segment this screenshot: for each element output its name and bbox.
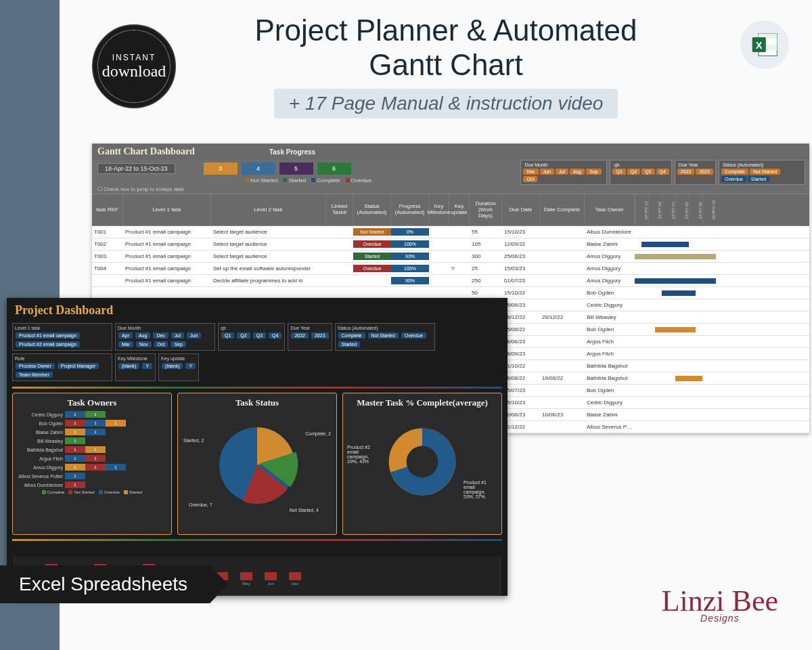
date-range: 18-Apr-22 to 15-Oct-23: [97, 163, 175, 174]
pie-chart-icon: [210, 418, 304, 513]
owner-row: Albus Severus Potter1: [17, 473, 167, 479]
filter-due-year[interactable]: Due Year20222023: [675, 160, 716, 185]
excel-icon: X: [740, 20, 789, 69]
divider: [12, 539, 502, 541]
divider: [12, 387, 502, 389]
month-bar: Jun: [265, 572, 277, 586]
step-5[interactable]: 5: [279, 162, 313, 175]
hero: INSTANT download X Project Planner & Aut…: [60, 0, 812, 118]
dash-filter-group[interactable]: Level 1 taskProduct #1 email campaignPro…: [12, 323, 112, 351]
filter-chip[interactable]: Q1: [612, 169, 625, 175]
column-header[interactable]: Due Date: [502, 194, 540, 225]
filter-chip[interactable]: 2022: [677, 169, 695, 175]
dash-filter-group[interactable]: Status (Automated)CompleteNot StartedOve…: [335, 323, 435, 351]
page-title-1: Project Planner & Automated: [100, 14, 792, 48]
owner-row: Bill Weasley1: [17, 437, 167, 444]
donut-chart-icon: [378, 418, 466, 506]
dash-filter-group[interactable]: qtr.Q1Q2Q3Q4: [218, 323, 285, 351]
table-row[interactable]: T001Product #1 email campaignSelect targ…: [92, 226, 809, 238]
filter-due-month[interactable]: Due MonthMarJunJulAugSepOct: [520, 160, 607, 185]
filter-qtr[interactable]: qtr.Q1Q2Q3Q4: [610, 160, 671, 185]
filter-chip[interactable]: Q2: [627, 169, 640, 175]
subtitle: + 17 Page Manual & instruction video: [274, 89, 618, 118]
filter-chip[interactable]: Not Started: [750, 169, 780, 175]
instant-download-badge: INSTANT download: [92, 24, 176, 108]
filter-chip[interactable]: Sep: [586, 169, 601, 175]
column-header[interactable]: Key Milestone: [429, 194, 449, 225]
month-bar: May: [240, 572, 252, 586]
gantt-header-row: task REFLevel 1 taskLevel 2 taskLinked T…: [92, 194, 809, 226]
page-title-2: Gantt Chart: [100, 48, 792, 83]
filter-chip[interactable]: 2023: [696, 169, 713, 175]
dash-filter-group[interactable]: Key Milestone(blank)Y: [115, 353, 156, 381]
dash-filter-group[interactable]: Due Year20222023: [288, 323, 332, 351]
month-bar: Dec: [289, 572, 301, 586]
filter-chip[interactable]: Overdue: [721, 176, 746, 182]
brand-logo: Linzi BeeDesigns: [662, 588, 778, 623]
table-row[interactable]: T002Product #1 email campaignSelect targ…: [92, 238, 809, 251]
filter-chip[interactable]: Mar: [523, 169, 538, 175]
step-3[interactable]: 3: [204, 162, 238, 175]
project-dashboard: Project Dashboard Level 1 taskProduct #1…: [7, 298, 508, 596]
dash-title: Project Dashboard: [7, 298, 508, 323]
table-row[interactable]: T003Product #1 email campaignSelect targ…: [92, 251, 809, 263]
owner-row: Argus Filch11: [17, 455, 167, 462]
filter-status[interactable]: Status (Automated)CompleteNot StartedOve…: [719, 160, 805, 185]
column-header[interactable]: Duration (Work Days): [470, 194, 502, 225]
gantt-subtitle: Task Progress: [269, 148, 315, 156]
jump-today-checkbox[interactable]: ☐ Check box to jump to todays date: [92, 185, 809, 194]
svg-text:X: X: [756, 40, 763, 51]
filter-chip[interactable]: Jul: [556, 169, 568, 175]
step-6[interactable]: 6: [317, 162, 351, 175]
dash-filter-group[interactable]: Due MonthAprAugDecJulJunMarNovOctSep: [115, 323, 215, 351]
owner-row: Cedric Diggory11: [17, 411, 167, 418]
table-row[interactable]: Product #1 email campaignDecide affiliat…: [92, 275, 809, 287]
owners-legend: Complete Not Started Overdue Started: [17, 490, 167, 494]
gantt-filters: Due MonthMarJunJulAugSepOct qtr.Q1Q2Q3Q4…: [520, 160, 805, 185]
column-header[interactable]: Status (Automated): [353, 194, 391, 225]
dash-filter-group[interactable]: Key update(blank)Y: [158, 353, 199, 381]
dash-filters: Level 1 taskProduct #1 email campaignPro…: [7, 323, 508, 385]
excel-spreadsheets-label: Excel Spreadsheets: [0, 565, 228, 603]
column-header[interactable]: task REF: [92, 194, 123, 225]
filter-chip[interactable]: Oct: [523, 176, 537, 182]
filter-chip[interactable]: Q3: [641, 169, 654, 175]
filter-chip[interactable]: Started: [748, 176, 770, 182]
column-header[interactable]: Task Owner: [585, 194, 635, 225]
owner-row: Bathilda Bagshot11: [17, 446, 167, 453]
filter-chip[interactable]: Q4: [656, 169, 669, 175]
table-row[interactable]: T004Product #1 email campaignSet up the …: [92, 263, 809, 275]
step-4[interactable]: 4: [242, 162, 275, 175]
card-master-complete: Master Task % Complete(average) Product …: [342, 393, 502, 535]
svg-point-8: [407, 446, 438, 478]
owner-row: Bob Ogden111: [17, 420, 167, 427]
filter-chip[interactable]: Aug: [570, 169, 585, 175]
filter-chip[interactable]: Jun: [540, 169, 554, 175]
owner-row: Blaise Zabini11: [17, 429, 167, 435]
card-task-status: Task Status Started, 2 Complete, 2 Not S…: [177, 393, 337, 535]
dash-filter-group[interactable]: RoleProcess OwnerProject ManagerTeam Mem…: [12, 353, 112, 381]
card-task-owners: Task Owners Cedric Diggory11Bob Ogden111…: [12, 393, 172, 535]
column-header[interactable]: Level 2 task: [211, 194, 326, 225]
filter-chip[interactable]: Complete: [721, 169, 748, 175]
column-header[interactable]: Linked Task#: [326, 194, 353, 225]
column-header[interactable]: Date Complete: [540, 194, 585, 225]
gantt-title: Gantt Chart Dashboard: [97, 146, 195, 157]
owner-row: Albus Dumbledore1: [17, 481, 167, 488]
owner-row: Amos Diggory111: [17, 464, 167, 471]
column-header[interactable]: Level 1 task: [123, 194, 211, 225]
column-header[interactable]: Key update: [449, 194, 470, 225]
column-header[interactable]: Progress (Automated): [391, 194, 429, 225]
